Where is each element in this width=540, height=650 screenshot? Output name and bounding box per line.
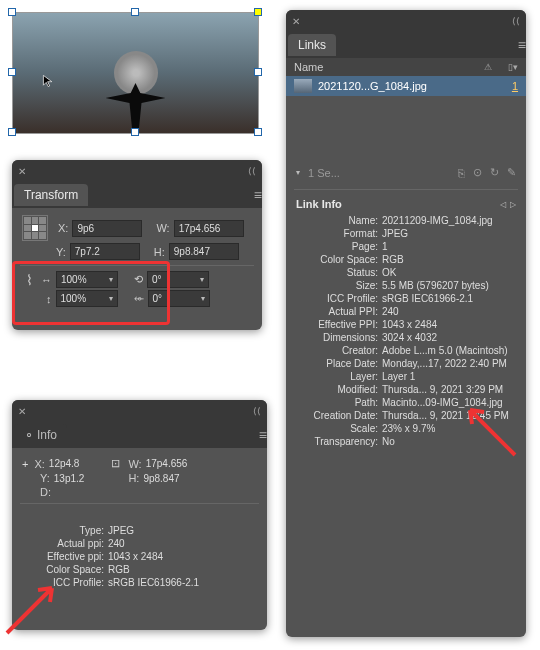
cursor-pointer xyxy=(42,74,56,92)
collapse-icon[interactable]: ⟨⟨ xyxy=(253,406,261,416)
x-value: 12p4.8 xyxy=(49,458,80,469)
reference-point[interactable] xyxy=(22,215,48,241)
icc-value: sRGB IEC61966-2.1 xyxy=(108,577,199,588)
li-eppi-label: Effective PPI: xyxy=(296,319,378,330)
menu-icon[interactable]: ≡ xyxy=(254,187,262,203)
li-mod-label: Modified: xyxy=(296,384,378,395)
cs-value: RGB xyxy=(108,564,130,575)
handle-tr[interactable] xyxy=(254,8,262,16)
li-created-label: Creation Date: xyxy=(296,410,378,421)
h-value: 9p8.847 xyxy=(143,473,179,484)
li-cs: RGB xyxy=(382,254,404,265)
li-eppi: 1043 x 2484 xyxy=(382,319,437,330)
x-label: X: xyxy=(34,458,44,470)
li-appi: 240 xyxy=(382,306,399,317)
thumbnail xyxy=(294,79,312,93)
li-page: 1 xyxy=(382,241,388,252)
close-icon[interactable]: ✕ xyxy=(18,166,26,177)
type-label: Type: xyxy=(22,525,104,536)
next-link-icon[interactable]: ▷ xyxy=(510,200,516,209)
li-dim-label: Dimensions: xyxy=(296,332,378,343)
li-name-label: Name: xyxy=(296,215,378,226)
li-size: 5.5 MB (5796207 bytes) xyxy=(382,280,489,291)
w-label: W: xyxy=(156,222,169,234)
handle-bl[interactable] xyxy=(8,128,16,136)
type-value: JPEG xyxy=(108,525,134,536)
li-status-label: Status: xyxy=(296,267,378,278)
li-page-label: Page: xyxy=(296,241,378,252)
prev-icon[interactable]: ▾ xyxy=(296,168,300,177)
li-place: Monday,...17, 2022 2:40 PM xyxy=(382,358,507,369)
filename: 2021120...G_1084.jpg xyxy=(318,80,506,92)
goto-icon[interactable]: ⊙ xyxy=(473,166,482,179)
eppi-value: 1043 x 2484 xyxy=(108,551,163,562)
eppi-label: Effective ppi: xyxy=(22,551,104,562)
handle-ml[interactable] xyxy=(8,68,16,76)
links-tab[interactable]: Links xyxy=(288,34,336,56)
link-info-title: Link Info xyxy=(296,198,342,210)
name-column[interactable]: Name xyxy=(294,61,480,73)
prev-link-icon[interactable]: ◁ xyxy=(500,200,506,209)
warning-column-icon[interactable]: ⚠ xyxy=(484,62,492,72)
collapse-icon[interactable]: ⟨⟨ xyxy=(512,16,520,26)
link-row[interactable]: 2021120...G_1084.jpg 1 xyxy=(286,76,526,96)
h-label: H: xyxy=(128,472,139,484)
li-format-label: Format: xyxy=(296,228,378,239)
edit-icon[interactable]: ✎ xyxy=(507,166,516,179)
appi-label: Actual ppi: xyxy=(22,538,104,549)
update-icon[interactable]: ↻ xyxy=(490,166,499,179)
li-appi-label: Actual PPI: xyxy=(296,306,378,317)
h-input[interactable]: 9p8.847 xyxy=(169,243,239,260)
li-format: JPEG xyxy=(382,228,408,239)
annotation-red-box xyxy=(12,261,170,325)
links-panel: ✕ ⟨⟨ Links ≡ Name ⚠ ▯▾ 2021120...G_1084.… xyxy=(286,10,526,637)
selected-count: 1 Se... xyxy=(308,167,340,179)
file-page: 1 xyxy=(512,80,518,92)
li-icc-label: ICC Profile: xyxy=(296,293,378,304)
close-icon[interactable]: ✕ xyxy=(18,406,26,417)
li-trans: No xyxy=(382,436,395,447)
handle-tc[interactable] xyxy=(131,8,139,16)
info-tab[interactable]: ⚬Info xyxy=(14,424,67,446)
d-label: D: xyxy=(40,486,51,498)
li-trans-label: Transparency: xyxy=(296,436,378,447)
handle-tl[interactable] xyxy=(8,8,16,16)
relink-icon[interactable]: ⎘ xyxy=(458,167,465,179)
li-scale: 23% x 9.7% xyxy=(382,423,435,434)
y-value: 13p1.2 xyxy=(54,473,85,484)
li-icc: sRGB IEC61966-2.1 xyxy=(382,293,473,304)
collapse-icon[interactable]: ⟨⟨ xyxy=(248,166,256,176)
photo-silhouette xyxy=(106,83,166,133)
x-input[interactable]: 9p6 xyxy=(72,220,142,237)
handle-br[interactable] xyxy=(254,128,262,136)
w-value: 17p4.656 xyxy=(146,458,188,469)
transform-tab[interactable]: Transform xyxy=(14,184,88,206)
close-icon[interactable]: ✕ xyxy=(292,16,300,27)
annotation-arrow-left xyxy=(2,578,62,638)
annotation-arrow-right xyxy=(460,400,520,460)
placed-image[interactable] xyxy=(12,12,259,134)
y-label: Y: xyxy=(40,472,50,484)
w-label: W: xyxy=(128,458,141,470)
li-cs-label: Color Space: xyxy=(296,254,378,265)
li-layer-label: Layer: xyxy=(296,371,378,382)
appi-value: 240 xyxy=(108,538,125,549)
h-label: H: xyxy=(154,246,165,258)
handle-mr[interactable] xyxy=(254,68,262,76)
li-path-label: Path: xyxy=(296,397,378,408)
li-status: OK xyxy=(382,267,396,278)
li-creator: Adobe L...m 5.0 (Macintosh) xyxy=(382,345,508,356)
y-label: Y: xyxy=(56,246,66,258)
li-name: 20211209-IMG_1084.jpg xyxy=(382,215,493,226)
li-size-label: Size: xyxy=(296,280,378,291)
y-input[interactable]: 7p7.2 xyxy=(70,243,140,260)
page-column-icon[interactable]: ▯▾ xyxy=(508,62,518,72)
handle-bc[interactable] xyxy=(131,128,139,136)
menu-icon[interactable]: ≡ xyxy=(518,37,526,53)
crosshair-icon: + xyxy=(22,458,28,470)
x-label: X: xyxy=(58,222,68,234)
dimension-icon: ⊡ xyxy=(111,457,120,470)
w-input[interactable]: 17p4.656 xyxy=(174,220,244,237)
menu-icon[interactable]: ≡ xyxy=(259,427,267,443)
li-place-label: Place Date: xyxy=(296,358,378,369)
